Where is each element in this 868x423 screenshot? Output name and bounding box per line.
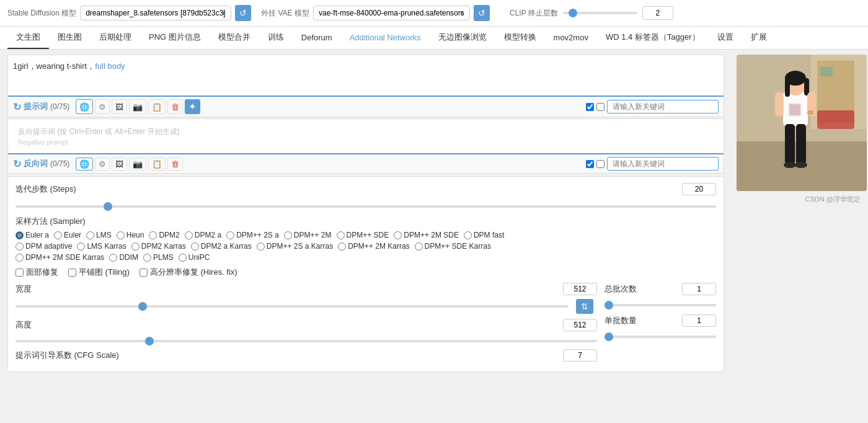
sampler-dpmpp-sde[interactable]: DPM++ SDE [337, 231, 389, 239]
settings-btn[interactable]: ⚙ [95, 99, 110, 114]
width-slider[interactable] [16, 305, 569, 308]
tiling-option[interactable]: 平铺图 (Tiling) [68, 267, 130, 278]
tab-model-merge[interactable]: 模型合并 [210, 27, 259, 49]
tab-wd-tagger[interactable]: WD 1.4 标签器（Tagger） [597, 27, 709, 49]
svg-rect-16 [796, 124, 806, 164]
tab-extensions[interactable]: 扩展 [742, 27, 776, 49]
sampler-dpm2[interactable]: DPM2 [149, 231, 179, 239]
steps-slider-row [16, 200, 716, 210]
batch-count-input[interactable] [682, 283, 716, 295]
tab-model-convert[interactable]: 模型转换 [495, 27, 545, 49]
neg-translate-btn[interactable]: 🌐 [76, 158, 93, 171]
keyword-check2[interactable] [596, 103, 604, 111]
neg-delete-btn[interactable]: 🗑 [167, 158, 183, 171]
sampler-euler-a[interactable]: Euler a [16, 231, 49, 239]
sampler-dpmpp-2m-sde-karras[interactable]: DPM++ 2M SDE Karras [16, 253, 104, 262]
batch-count-slider[interactable] [604, 304, 716, 306]
tab-train[interactable]: 训练 [259, 27, 293, 49]
main-content: 1girl，wearing t-shirt，full body ↻ 提示词 (0… [0, 50, 868, 380]
sd-model-select[interactable]: dreamshaper_8.safetensors [879db523c3] [80, 6, 231, 20]
tab-additional-networks[interactable]: Additional Networks [341, 28, 430, 48]
sampler-lms[interactable]: LMS [86, 231, 112, 239]
sampler-dpmpp-2s-a[interactable]: DPM++ 2S a [226, 231, 279, 239]
svg-rect-15 [785, 124, 795, 164]
keyword-input[interactable] [607, 100, 719, 114]
keyword-check1[interactable] [586, 103, 594, 111]
delete-btn[interactable]: 🗑 [167, 99, 183, 114]
neg-paste-btn[interactable]: 📋 [148, 158, 166, 171]
steps-input[interactable] [682, 183, 716, 195]
height-input[interactable] [563, 319, 597, 331]
sampler-dpm2-karras[interactable]: DPM2 Karras [131, 242, 186, 251]
clip-input[interactable] [642, 6, 673, 20]
neg-keyword-input[interactable] [607, 157, 719, 171]
tab-postprocess[interactable]: 后期处理 [91, 27, 140, 49]
tab-infinite-browse[interactable]: 无边图像浏览 [430, 27, 495, 49]
sampler-euler[interactable]: Euler [54, 231, 81, 239]
paste-btn[interactable]: 📋 [148, 99, 166, 114]
sampler-dpmpp-2m-sde[interactable]: DPM++ 2M SDE [394, 231, 459, 239]
sd-model-refresh-btn[interactable]: ↺ [235, 5, 251, 21]
hires-fix-option[interactable]: 高分辨率修复 (Hires. fix) [140, 267, 237, 278]
clip-slider[interactable] [563, 12, 637, 14]
neg-settings-btn[interactable]: ⚙ [95, 158, 110, 171]
width-label: 宽度 [16, 283, 40, 295]
steps-slider[interactable] [16, 205, 716, 208]
sampler-dpmpp-2m[interactable]: DPM++ 2M [284, 231, 332, 239]
settings-panel: 迭代步数 (Steps) 采样方法 (Sampler) Euler a Eule… [7, 176, 724, 372]
tiling-checkbox[interactable] [68, 269, 76, 277]
neg-keyword-check2[interactable] [596, 160, 604, 168]
image-btn[interactable]: 🖼 [112, 99, 127, 114]
negative-prompt-toolbar: ↻ 反向词 (0/75) 🌐 ⚙ 🖼 📷 📋 🗑 [8, 153, 724, 173]
negative-prompt-count: (0/75) [50, 159, 69, 168]
sampler-dpm-fast[interactable]: DPM fast [464, 231, 504, 239]
sampler-row-3: DPM++ 2M SDE Karras DDIM PLMS UniPC [16, 253, 716, 262]
sampler-dpmpp-2m-karras[interactable]: DPM++ 2M Karras [338, 242, 409, 251]
sampler-dpm-adaptive[interactable]: DPM adaptive [16, 242, 72, 251]
batch-size-slider[interactable] [604, 336, 716, 338]
tab-mov2mov[interactable]: mov2mov [545, 28, 597, 48]
tab-deforum[interactable]: Deforum [293, 28, 341, 48]
svg-rect-3 [820, 67, 833, 76]
tab-img2img[interactable]: 图生图 [49, 27, 91, 49]
translate-btn[interactable]: 🌐 [76, 99, 93, 114]
batch-size-input[interactable] [682, 314, 716, 327]
vae-model-select[interactable]: vae-ft-mse-840000-ema-pruned.safetensors [313, 6, 470, 20]
positive-prompt-toolbar: ↻ 提示词 (0/75) 🌐 ⚙ 🖼 📷 📋 🗑 ✦ [8, 96, 724, 117]
positive-prompt-container: 1girl，wearing t-shirt，full body ↻ 提示词 (0… [7, 55, 724, 117]
neg-image-btn[interactable]: 🖼 [112, 158, 127, 171]
positive-prompt-text[interactable]: 1girl，wearing t-shirt，full body [8, 55, 724, 96]
dim-batch-row: 宽度 ⇅ 高度 提示词引导系数 (CFG Sca [16, 283, 716, 365]
negative-prompt-label: ↻ 反向词 [13, 158, 48, 170]
cfg-input[interactable] [563, 349, 597, 362]
sd-model-section: Stable Diffusion 模型 dreamshaper_8.safete… [7, 5, 251, 21]
tab-txt2img[interactable]: 文生图 [7, 27, 49, 49]
sampler-unipc[interactable]: UniPC [179, 253, 210, 262]
sampler-lms-karras[interactable]: LMS Karras [77, 242, 126, 251]
positive-prompt-count: (0/75) [50, 102, 69, 111]
sampler-dpm2-a[interactable]: DPM2 a [185, 231, 221, 239]
sampler-heun[interactable]: Heun [117, 231, 144, 239]
vae-model-label: 外挂 VAE 模型 [261, 8, 309, 19]
neg-image2-btn[interactable]: 📷 [129, 158, 146, 171]
steps-row: 迭代步数 (Steps) [16, 183, 716, 195]
hires-fix-checkbox[interactable] [140, 269, 148, 277]
sampler-ddim[interactable]: DDIM [109, 253, 138, 262]
chatgpt-btn[interactable]: ✦ [185, 99, 200, 114]
width-input[interactable] [563, 283, 597, 295]
image2-btn[interactable]: 📷 [129, 99, 146, 114]
negative-prompt-text[interactable]: 反向提示词 (按 Ctrl+Enter 或 Alt+Enter 开始生成) Ne… [8, 119, 724, 153]
tab-png-info[interactable]: PNG 图片信息 [140, 27, 210, 49]
tab-settings[interactable]: 设置 [709, 27, 742, 49]
height-slider[interactable] [16, 340, 597, 342]
height-row: 高度 [16, 319, 597, 331]
sampler-plms[interactable]: PLMS [143, 253, 174, 262]
face-fix-checkbox[interactable] [16, 269, 24, 277]
face-fix-option[interactable]: 面部修复 [16, 267, 58, 278]
sampler-dpm2-a-karras[interactable]: DPM2 a Karras [191, 242, 252, 251]
neg-keyword-check1[interactable] [586, 160, 594, 168]
swap-dimensions-btn[interactable]: ⇅ [576, 299, 593, 314]
sampler-dpmpp-sde-karras[interactable]: DPM++ SDE Karras [415, 242, 491, 251]
sampler-dpmpp-2s-a-karras[interactable]: DPM++ 2S a Karras [257, 242, 333, 251]
vae-model-refresh-btn[interactable]: ↺ [474, 5, 490, 21]
